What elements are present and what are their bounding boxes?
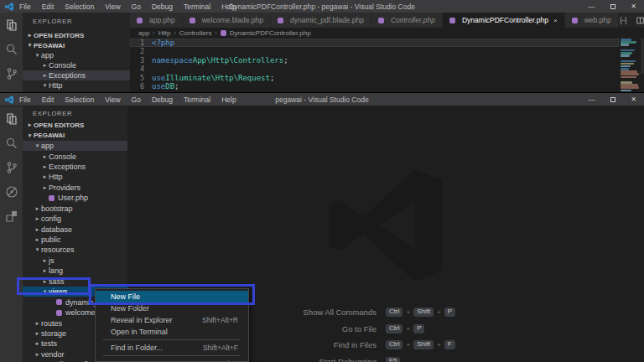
code-token: use	[152, 74, 165, 82]
tree-item-lang[interactable]: ▸lang	[23, 266, 127, 276]
menubar-bottom: FileEditSelectionViewGoDebugTerminalHelp	[19, 96, 236, 104]
bottom-menu-help[interactable]: Help	[221, 96, 236, 104]
tab-dynamic_pdf.blade.php[interactable]: dynamic_pdf.blade.php	[271, 13, 371, 28]
bottom-menu-go[interactable]: Go	[132, 96, 141, 104]
tree-section-pegawai[interactable]: ▾PEGAWAI	[23, 40, 130, 50]
search-icon[interactable]	[5, 137, 18, 150]
vscode-window-top: FileEditSelectionViewGoDebugTerminalHelp…	[0, 0, 644, 92]
debug-icon[interactable]	[5, 185, 18, 199]
tree-item-js[interactable]: ▸js	[23, 256, 127, 266]
restore-button[interactable]	[602, 0, 623, 13]
minimap-line	[621, 73, 639, 75]
top-menu-help[interactable]: Help	[221, 3, 236, 11]
top-menu-edit[interactable]: Edit	[42, 3, 55, 11]
menu-item-label: New File	[111, 292, 140, 301]
minimap-line	[621, 76, 636, 79]
top-menu-selection[interactable]: Selection	[65, 3, 94, 11]
shortcut-row: Find in FilesCtrl+Shift+F	[260, 337, 512, 354]
breadcrumb-item[interactable]: Controllers	[179, 29, 212, 37]
tab-dynamicpdfcontroller.php[interactable]: DynamicPDFController.php×	[443, 13, 565, 28]
tree-item-database[interactable]: ▸database	[23, 224, 127, 234]
tab-welcome.blade.php[interactable]: welcome.blade.php	[183, 13, 271, 28]
key-badge: F	[444, 340, 455, 349]
bottom-menu-view[interactable]: View	[105, 96, 120, 104]
editor-layout-icon[interactable]	[636, 16, 644, 25]
tree-item-http[interactable]: ▸Http	[23, 172, 127, 182]
key-badge: Ctrl	[386, 324, 402, 334]
breadcrumb-item[interactable]: DynamicPDFController.php	[230, 29, 311, 37]
chevron-down-icon: ▾	[26, 42, 34, 49]
tree-item-http[interactable]: ▾Http	[23, 80, 130, 90]
code-editor[interactable]: 1<?php23namespace App\Http\Controllers;4…	[130, 39, 619, 92]
menu-item-find-in-folder-[interactable]: Find in Folder...Shift+Alt+F	[96, 342, 248, 354]
minimap[interactable]	[621, 39, 641, 92]
bottom-menu-debug[interactable]: Debug	[152, 96, 173, 104]
tree-section-open-editors[interactable]: ▸OPEN EDITORS	[23, 120, 127, 130]
minimize-button[interactable]: —	[581, 0, 602, 13]
close-button[interactable]: ✕	[623, 93, 644, 106]
source-control-icon[interactable]	[5, 161, 18, 174]
menu-item-new-file[interactable]: New File	[96, 291, 248, 303]
tree-item-console[interactable]: ▸Console	[23, 60, 130, 70]
tab-app.php[interactable]: app.php	[130, 13, 183, 28]
tree-item-resources[interactable]: ▾resources	[23, 245, 127, 255]
code-line: 1<?php	[130, 39, 619, 47]
menu-item-cut[interactable]: CutCtrl+X	[96, 358, 248, 362]
close-button[interactable]: ✕	[623, 0, 644, 13]
top-menu-file[interactable]: File	[19, 3, 31, 11]
screen: FileEditSelectionViewGoDebugTerminalHelp…	[0, 0, 644, 362]
tree-item-providers[interactable]: ▸Providers	[23, 183, 127, 193]
php-file-icon	[449, 18, 455, 23]
tab-web.php[interactable]: web.php	[565, 13, 619, 28]
tree-item-user.php[interactable]: User.php	[23, 193, 127, 203]
key-badge: Shift	[413, 308, 434, 317]
files-icon[interactable]	[5, 18, 18, 32]
breadcrumb-item[interactable]: app	[138, 29, 149, 37]
top-menu-debug[interactable]: Debug	[152, 3, 173, 11]
breadcrumb-item[interactable]: Http	[158, 29, 171, 37]
extensions-icon[interactable]	[5, 209, 18, 223]
menu-item-open-in-terminal[interactable]: Open in Terminal	[96, 326, 248, 338]
tree-section-pegawai[interactable]: ▾PEGAWAI	[23, 130, 127, 140]
files-icon[interactable]	[5, 112, 18, 126]
bottom-menu-edit[interactable]: Edit	[42, 96, 55, 104]
tree-item-config[interactable]: ▸config	[23, 214, 127, 224]
tree-item-public[interactable]: ▸public	[23, 235, 127, 245]
source-control-icon[interactable]	[5, 67, 18, 80]
bottom-menu-selection[interactable]: Selection	[65, 96, 94, 104]
bottom-menu-terminal[interactable]: Terminal	[184, 96, 210, 104]
split-editor-icon[interactable]	[619, 16, 628, 25]
tree-item-exceptions[interactable]: ▸Exceptions	[23, 70, 130, 80]
top-menu-go[interactable]: Go	[132, 3, 141, 11]
close-icon[interactable]: ×	[553, 17, 558, 24]
top-menu-terminal[interactable]: Terminal	[184, 3, 210, 11]
scrollbar[interactable]	[641, 39, 644, 74]
tree-item-sass[interactable]: ▸sass	[23, 277, 127, 287]
key-badge: Shift	[413, 340, 434, 349]
code-token: namespace	[152, 56, 193, 65]
chevron-right-icon: ▸	[41, 163, 49, 170]
bottom-menu-file[interactable]: File	[19, 96, 31, 104]
tree-item-app[interactable]: ▾app	[23, 50, 130, 60]
menu-item-reveal-in-explorer[interactable]: Reveal in ExplorerShift+Alt+R	[96, 314, 248, 326]
minimize-button[interactable]: —	[581, 93, 602, 106]
menu-item-new-folder[interactable]: New Folder	[96, 303, 248, 314]
tree-item-exceptions[interactable]: ▸Exceptions	[23, 162, 127, 172]
chevron-right-icon: ›	[174, 30, 175, 36]
tree-section-open-editors[interactable]: ▸OPEN EDITORS	[23, 30, 130, 40]
top-menu-view[interactable]: View	[105, 3, 120, 11]
restore-button[interactable]	[602, 93, 623, 106]
tree-item-bootstrap[interactable]: ▸bootstrap	[23, 204, 127, 214]
tab-label: dynamic_pdf.blade.php	[290, 16, 364, 24]
sidebar-top: EXPLORER ▸OPEN EDITORS▾PEGAWAI▾app▸Conso…	[23, 13, 130, 92]
line-number: 4	[130, 65, 152, 73]
tree-item-label: Exceptions	[49, 163, 86, 171]
chevron-right-icon: ▸	[26, 122, 34, 128]
php-file-icon	[378, 18, 384, 23]
chevron-right-icon: ▸	[34, 340, 41, 347]
tab-controller.php[interactable]: Controller.php	[371, 13, 443, 28]
tree-item-app[interactable]: ▾app	[23, 141, 127, 151]
tree-item-console[interactable]: ▸Console	[23, 151, 127, 161]
vscode-logo-icon	[5, 3, 13, 11]
search-icon[interactable]	[5, 43, 18, 56]
